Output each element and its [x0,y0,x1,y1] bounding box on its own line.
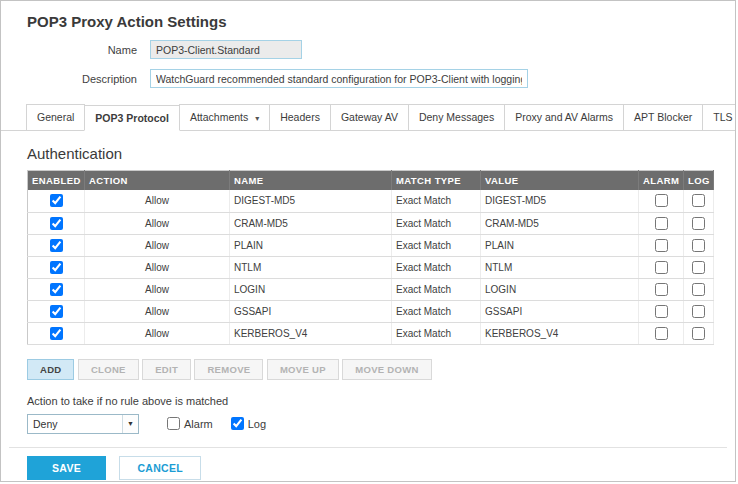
description-row: Description [27,69,735,88]
cell-value: PLAIN [481,234,639,256]
cell-log [684,300,714,322]
cell-action: Allow [85,234,230,256]
row-enabled-checkbox[interactable] [50,194,63,207]
name-row: Name [27,40,735,59]
chevron-down-icon: ▾ [255,114,259,123]
cell-action: Allow [85,256,230,278]
row-enabled-checkbox[interactable] [50,217,63,230]
description-label: Description [27,73,137,85]
tab-general[interactable]: General [26,104,85,130]
cell-name: LOGIN [230,278,392,300]
no-rule-alarm-label: Alarm [184,418,213,430]
no-rule-action-select[interactable]: Deny [27,414,139,434]
cell-value: NTLM [481,256,639,278]
rule-toolbar: ADD CLONE EDIT REMOVE MOVE UP MOVE DOWN [27,359,735,380]
footer: SAVE CANCEL [27,456,735,480]
no-rule-alarm-checkbox[interactable] [167,417,180,430]
cell-match-type: Exact Match [392,212,481,234]
tab-pop3-protocol[interactable]: POP3 Protocol [84,105,180,131]
cell-enabled [28,190,85,212]
table-row[interactable]: Allow PLAIN Exact Match PLAIN [28,234,714,256]
save-button[interactable]: SAVE [27,456,106,480]
col-header-enabled: ENABLED [28,171,85,191]
cell-value: GSSAPI [481,300,639,322]
table-row[interactable]: Allow DIGEST-MD5 Exact Match DIGEST-MD5 [28,190,714,212]
remove-button[interactable]: REMOVE [194,359,263,380]
tab-proxy-and-av-alarms[interactable]: Proxy and AV Alarms [504,104,624,130]
row-alarm-checkbox[interactable] [655,283,668,296]
col-header-name: NAME [230,171,392,191]
tab-headers[interactable]: Headers [269,104,331,130]
col-header-alarm: ALARM [639,171,684,191]
row-enabled-checkbox[interactable] [50,239,63,252]
description-input[interactable] [150,69,528,88]
edit-button[interactable]: EDIT [142,359,191,380]
cell-alarm [639,212,684,234]
row-log-checkbox[interactable] [692,239,705,252]
cell-enabled [28,300,85,322]
cell-alarm [639,322,684,344]
cell-name: KERBEROS_V4 [230,322,392,344]
row-alarm-checkbox[interactable] [655,194,668,207]
cell-log [684,212,714,234]
cell-action: Allow [85,300,230,322]
row-log-checkbox[interactable] [692,305,705,318]
table-row[interactable]: Allow GSSAPI Exact Match GSSAPI [28,300,714,322]
clone-button[interactable]: CLONE [78,359,139,380]
row-alarm-checkbox[interactable] [655,239,668,252]
col-header-log: LOG [684,171,714,191]
row-enabled-checkbox[interactable] [50,305,63,318]
col-header-value: VALUE [481,171,639,191]
name-label: Name [27,44,137,56]
tab-deny-messages[interactable]: Deny Messages [408,104,505,130]
row-alarm-checkbox[interactable] [655,327,668,340]
name-input[interactable] [150,40,302,59]
row-alarm-checkbox[interactable] [655,217,668,230]
authentication-table: ENABLED ACTION NAME MATCH TYPE VALUE ALA… [27,170,714,345]
row-log-checkbox[interactable] [692,217,705,230]
row-enabled-checkbox[interactable] [50,283,63,296]
no-rule-alarm-checkbox-row: Alarm [167,417,213,430]
section-heading: Authentication [27,145,735,162]
table-row[interactable]: Allow LOGIN Exact Match LOGIN [28,278,714,300]
cancel-button[interactable]: CANCEL [119,456,201,480]
tab-bar: General POP3 Protocol Attachments ▾ Head… [1,104,735,131]
no-rule-controls: Deny ▼ Alarm Log [27,414,735,434]
cell-action: Allow [85,278,230,300]
row-alarm-checkbox[interactable] [655,305,668,318]
tab-gateway-av[interactable]: Gateway AV [330,104,409,130]
cell-action: Allow [85,322,230,344]
row-log-checkbox[interactable] [692,327,705,340]
tab-apt-blocker[interactable]: APT Blocker [623,104,703,130]
table-row[interactable]: Allow CRAM-MD5 Exact Match CRAM-MD5 [28,212,714,234]
pop3-proxy-action-settings-page: POP3 Proxy Action Settings Name Descript… [0,0,736,482]
tab-attachments[interactable]: Attachments ▾ [179,104,270,130]
row-log-checkbox[interactable] [692,261,705,274]
row-enabled-checkbox[interactable] [50,261,63,274]
cell-value: LOGIN [481,278,639,300]
cell-match-type: Exact Match [392,234,481,256]
row-log-checkbox[interactable] [692,194,705,207]
col-header-match-type: MATCH TYPE [392,171,481,191]
cell-log [684,256,714,278]
cell-match-type: Exact Match [392,190,481,212]
cell-name: GSSAPI [230,300,392,322]
cell-match-type: Exact Match [392,322,481,344]
row-log-checkbox[interactable] [692,283,705,296]
move-down-button[interactable]: MOVE DOWN [342,359,431,380]
add-button[interactable]: ADD [27,359,74,380]
table-row[interactable]: Allow NTLM Exact Match NTLM [28,256,714,278]
row-enabled-checkbox[interactable] [50,327,63,340]
cell-log [684,278,714,300]
no-rule-log-checkbox[interactable] [231,417,244,430]
cell-enabled [28,234,85,256]
table-header-row: ENABLED ACTION NAME MATCH TYPE VALUE ALA… [28,171,714,191]
cell-alarm [639,300,684,322]
table-row[interactable]: Allow KERBEROS_V4 Exact Match KERBEROS_V… [28,322,714,344]
tab-attachments-label: Attachments [190,111,248,123]
tab-tls[interactable]: TLS [702,104,736,130]
move-up-button[interactable]: MOVE UP [267,359,339,380]
row-alarm-checkbox[interactable] [655,261,668,274]
cell-log [684,322,714,344]
cell-enabled [28,212,85,234]
